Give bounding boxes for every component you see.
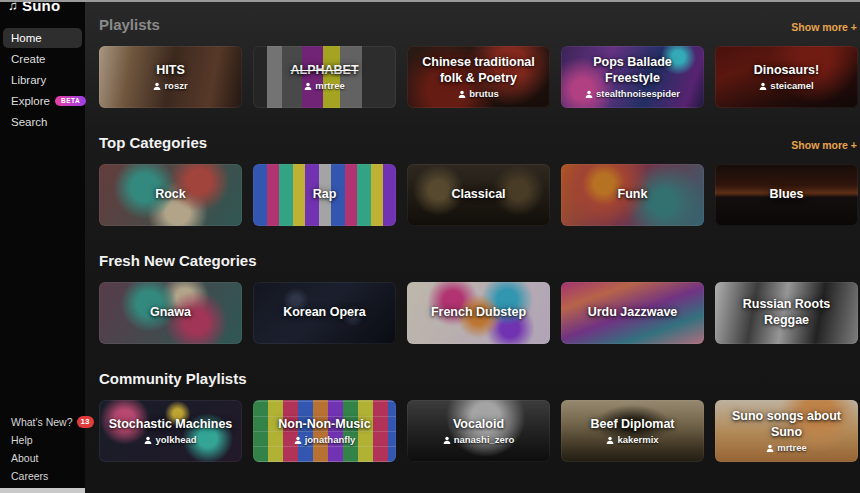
card-user-row: nanashi_zero [443, 434, 515, 445]
sidebar-item-label: Explore [11, 95, 50, 107]
card-user-row: steicamel [759, 80, 813, 91]
card-title: Non-Non-Music [270, 417, 378, 433]
sidebar-bottom-strip [0, 488, 85, 493]
sidebar-item-library[interactable]: Library [3, 70, 82, 90]
sidebar-footer: What's New? 13 Help About Careers [0, 413, 85, 493]
playlist-card[interactable]: Blues [715, 164, 858, 226]
card-title: Russian Roots Reggae [715, 297, 858, 328]
user-icon [304, 82, 312, 90]
show-more-link[interactable]: Show more + [791, 21, 857, 33]
card-title: Dinosaurs! [746, 63, 827, 79]
user-icon [766, 444, 774, 452]
section-title: Top Categories [99, 134, 207, 151]
user-icon [443, 436, 451, 444]
sidebar: ♫ Suno Home Create Library Explore BETA … [0, 0, 85, 493]
content-section: Fresh New Categories Gnawa Korean Opera … [99, 252, 858, 344]
sidebar-item-help[interactable]: Help [3, 431, 82, 449]
sidebar-nav: Home Create Library Explore BETA Search [0, 27, 85, 133]
card-username: brutus [469, 88, 499, 99]
card-title: HITS [148, 63, 192, 79]
sidebar-item-label: What's New? [11, 416, 73, 428]
card-user-row: yolkhead [144, 434, 196, 445]
playlist-card[interactable]: Rock [99, 164, 242, 226]
card-username: yolkhead [155, 434, 196, 445]
playlist-card[interactable]: Funk [561, 164, 704, 226]
card-row: Rock Rap Classical Funk Blues [99, 164, 858, 226]
card-username: stealthnoisespider [596, 88, 680, 99]
sidebar-item-about[interactable]: About [3, 449, 82, 467]
playlist-card[interactable]: Classical [407, 164, 550, 226]
user-icon [144, 436, 152, 444]
sidebar-item-label: Help [11, 434, 33, 446]
playlist-card[interactable]: Pops Ballade Freestyle stealthnoisespide… [561, 46, 704, 108]
card-username: steicamel [770, 80, 813, 91]
card-row: Gnawa Korean Opera French Dubstep Urdu J… [99, 282, 858, 344]
card-title: Korean Opera [275, 305, 374, 321]
sidebar-item-explore[interactable]: Explore BETA [3, 91, 82, 111]
playlist-card[interactable]: Stochastic Machines yolkhead [99, 400, 242, 462]
playlist-card[interactable]: Korean Opera [253, 282, 396, 344]
card-title: French Dubstep [423, 305, 534, 321]
card-row: Stochastic Machines yolkhead Non-Non-Mus… [99, 400, 858, 462]
section-header: Community Playlists [99, 370, 858, 387]
card-user-row: brutus [458, 88, 499, 99]
app-logo-text: Suno [22, 0, 60, 14]
card-title: Suno songs about Suno [715, 409, 858, 440]
window-top-edge [0, 0, 860, 2]
card-title: Classical [443, 187, 513, 203]
content-section: Top Categories Show more + Rock Rap Clas… [99, 134, 858, 226]
playlist-card[interactable]: Non-Non-Music jonathanfly [253, 400, 396, 462]
playlist-card[interactable]: Urdu Jazzwave [561, 282, 704, 344]
playlist-card[interactable]: Chinese traditional folk & Poetry brutus [407, 46, 550, 108]
sidebar-item-label: Home [11, 32, 42, 44]
section-header: Playlists Show more + [99, 16, 858, 33]
card-row: HITS roszr ALPHABET mrtree Chinese tradi… [99, 46, 858, 108]
user-icon [458, 90, 466, 98]
app-logo[interactable]: ♫ Suno [0, 0, 85, 14]
sidebar-item-label: Library [11, 74, 46, 86]
main-content: Playlists Show more + HITS roszr ALPHABE… [85, 0, 860, 493]
sidebar-item-label: About [11, 452, 38, 464]
section-title: Fresh New Categories [99, 252, 257, 269]
card-title: Chinese traditional folk & Poetry [407, 55, 550, 86]
playlist-card[interactable]: Gnawa [99, 282, 242, 344]
sidebar-item-careers[interactable]: Careers [3, 467, 82, 485]
section-header: Fresh New Categories [99, 252, 858, 269]
playlist-card[interactable]: Beef Diplomat kakermix [561, 400, 704, 462]
content-section: Playlists Show more + HITS roszr ALPHABE… [99, 16, 858, 108]
section-title: Playlists [99, 16, 160, 33]
card-title: Stochastic Machines [101, 417, 241, 433]
card-title: Urdu Jazzwave [580, 305, 686, 321]
playlist-card[interactable]: Russian Roots Reggae [715, 282, 858, 344]
beta-badge: BETA [55, 96, 86, 107]
card-title: Pops Ballade Freestyle [561, 55, 704, 86]
sidebar-item-search[interactable]: Search [3, 112, 82, 132]
card-username: jonathanfly [305, 434, 356, 445]
playlist-card[interactable]: Suno songs about Suno mrtree [715, 400, 858, 462]
card-username: roszr [164, 80, 187, 91]
card-title: Vocaloid [445, 417, 512, 433]
card-title: Gnawa [142, 305, 199, 321]
user-icon [606, 436, 614, 444]
section-header: Top Categories Show more + [99, 134, 858, 151]
content-section: Community Playlists Stochastic Machines … [99, 370, 858, 462]
playlist-card[interactable]: ALPHABET mrtree [253, 46, 396, 108]
sidebar-item-home[interactable]: Home [3, 28, 82, 48]
user-icon [294, 436, 302, 444]
playlist-card[interactable]: Dinosaurs! steicamel [715, 46, 858, 108]
notification-badge: 13 [77, 416, 94, 428]
sidebar-item-whats-new[interactable]: What's New? 13 [3, 413, 82, 431]
playlist-card[interactable]: Vocaloid nanashi_zero [407, 400, 550, 462]
sidebar-item-create[interactable]: Create [3, 49, 82, 69]
user-icon [585, 90, 593, 98]
show-more-link[interactable]: Show more + [791, 139, 857, 151]
sidebar-item-label: Careers [11, 470, 48, 482]
card-title: Rap [305, 187, 345, 203]
card-title: ALPHABET [282, 63, 366, 79]
playlist-card[interactable]: Rap [253, 164, 396, 226]
playlist-card[interactable]: HITS roszr [99, 46, 242, 108]
card-username: kakermix [617, 434, 658, 445]
playlist-card[interactable]: French Dubstep [407, 282, 550, 344]
card-username: mrtree [777, 442, 807, 453]
card-username: nanashi_zero [454, 434, 515, 445]
